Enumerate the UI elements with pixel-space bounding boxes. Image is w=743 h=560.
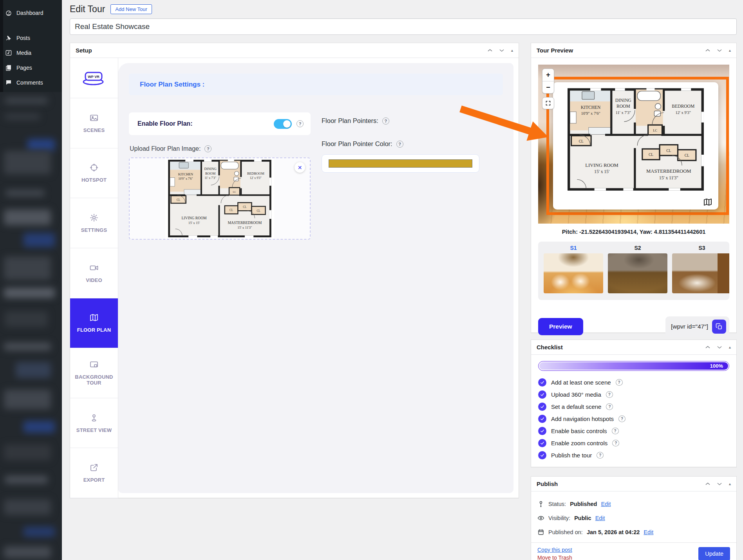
published-on-row: Published on: Jan 5, 2026 at 04:22 Edit xyxy=(537,525,730,539)
calendar-icon xyxy=(537,529,544,536)
media-icon xyxy=(5,49,13,57)
tab-floor-plan[interactable]: FLOOR PLAN xyxy=(70,298,118,349)
upload-floor-plan-help-icon[interactable]: ? xyxy=(204,145,212,152)
svg-text:CL: CL xyxy=(257,210,260,213)
update-button[interactable]: Update xyxy=(698,547,730,560)
floor-plan-overlay-card[interactable]: KITCHEN 10'9" x 7'6" DINING ROOM 11' x 7… xyxy=(553,82,718,210)
scene-label: S2 xyxy=(608,245,667,253)
enable-floor-plan-toggle[interactable] xyxy=(274,119,292,129)
scene-thumbnail-image[interactable] xyxy=(544,253,603,293)
collapse-toggle-icon[interactable]: ▲ xyxy=(728,345,732,349)
move-up-icon[interactable] xyxy=(487,47,493,54)
edit-visibility-link[interactable]: Edit xyxy=(595,515,605,521)
visibility-value: Public xyxy=(574,515,591,521)
floor-plan-upload-dropzone[interactable]: KITCHEN 10'9" x 7'6" DINING ROOM 11' x 7… xyxy=(129,157,311,240)
copy-this-post-link[interactable]: Copy this post xyxy=(537,547,572,553)
tab-settings[interactable]: SETTINGS xyxy=(70,198,118,248)
svg-text:ROOM: ROOM xyxy=(616,104,630,109)
pointer-color-picker[interactable] xyxy=(322,154,479,173)
collapse-toggle-icon[interactable]: ▲ xyxy=(728,482,732,486)
check-icon xyxy=(538,439,546,447)
tour-title-input[interactable] xyxy=(70,18,737,35)
remove-floor-plan-button[interactable]: ✕ xyxy=(295,162,305,173)
floorplan-icon xyxy=(89,313,99,323)
zoom-out-button[interactable]: − xyxy=(542,81,554,93)
move-up-icon[interactable] xyxy=(705,481,711,487)
move-down-icon[interactable] xyxy=(716,344,723,350)
setup-tab-strip: WP VR SCENESHOTSPOTSETTINGSVIDEOFLOOR PL… xyxy=(70,58,118,498)
move-down-icon[interactable] xyxy=(716,481,723,487)
checklist-help-icon[interactable]: ? xyxy=(612,428,619,434)
svg-text:11' x 7'3": 11' x 7'3" xyxy=(204,176,216,180)
move-down-icon[interactable] xyxy=(499,47,505,54)
map-icon[interactable] xyxy=(701,196,714,208)
tab-scenes[interactable]: SCENES xyxy=(70,98,118,148)
shortcode-text: [wpvr id="47"] xyxy=(671,323,708,330)
svg-text:CL: CL xyxy=(230,209,233,212)
check-icon xyxy=(538,451,546,459)
collapse-toggle-icon[interactable]: ▲ xyxy=(728,49,732,52)
svg-text:CL: CL xyxy=(649,153,653,157)
progress-percent: 100% xyxy=(710,363,723,369)
sidebar-item-posts[interactable]: Posts xyxy=(0,31,62,45)
checklist-help-icon[interactable]: ? xyxy=(606,403,613,410)
scene-thumbnail-image[interactable] xyxy=(672,253,729,293)
move-to-trash-link[interactable]: Move to Trash xyxy=(537,555,572,560)
svg-text:LC: LC xyxy=(233,190,236,193)
setup-panel-title: Setup xyxy=(76,47,92,54)
tab-video[interactable]: VIDEO xyxy=(70,248,118,298)
admin-sidebar: DashboardPostsMediaPagesCommentsWP VR xyxy=(0,0,62,560)
move-down-icon[interactable] xyxy=(716,47,723,54)
checklist-help-icon[interactable]: ? xyxy=(597,452,604,459)
sidebar-item-pages[interactable]: Pages xyxy=(0,60,62,75)
add-new-tour-button[interactable]: Add New Tour xyxy=(110,4,152,14)
tab-street-view[interactable]: STREET VIEW xyxy=(70,398,118,448)
collapse-toggle-icon[interactable]: ▲ xyxy=(510,49,514,52)
svg-text:CL: CL xyxy=(666,149,671,153)
publish-title: Publish xyxy=(537,481,558,487)
pointer-color-swatch[interactable] xyxy=(329,159,472,168)
shortcode-chip: [wpvr id="47"] xyxy=(665,316,729,337)
enable-floor-plan-label: Enable Floor Plan: xyxy=(137,120,192,127)
scene-thumbnail-strip: S1S2S3 xyxy=(538,242,729,300)
panorama-viewport[interactable]: + − xyxy=(538,65,729,224)
checklist-help-icon[interactable]: ? xyxy=(616,379,623,386)
svg-text:BEDROOM: BEDROOM xyxy=(247,172,264,175)
check-icon xyxy=(538,390,546,399)
scenes-icon xyxy=(89,113,99,124)
svg-text:15' x 15': 15' x 15' xyxy=(594,169,609,174)
checklist-item-add-at-least-one-scene: Add at least one scene? xyxy=(538,376,729,388)
checklist-title: Checklist xyxy=(537,344,563,350)
checklist-help-icon[interactable]: ? xyxy=(606,391,613,398)
tab-background-tour[interactable]: BACKGROUND TOUR xyxy=(70,348,118,398)
enable-floor-plan-help-icon[interactable]: ? xyxy=(296,120,304,127)
checklist-help-icon[interactable]: ? xyxy=(618,415,625,422)
svg-text:10'9" x 7'6": 10'9" x 7'6" xyxy=(178,177,193,181)
move-up-icon[interactable] xyxy=(705,47,711,54)
floor-plan-pointers-help-icon[interactable]: ? xyxy=(382,117,389,125)
copy-shortcode-button[interactable] xyxy=(712,320,726,334)
preview-button[interactable]: Preview xyxy=(538,318,583,335)
sidebar-item-dashboard[interactable]: Dashboard xyxy=(0,5,62,20)
svg-text:MASTERBEDROOM: MASTERBEDROOM xyxy=(646,168,691,174)
zoom-in-button[interactable]: + xyxy=(542,69,554,81)
published-on-value: Jan 5, 2026 at 04:22 xyxy=(587,529,640,535)
svg-text:BEDROOM: BEDROOM xyxy=(672,104,694,109)
edit-published-date-link[interactable]: Edit xyxy=(644,529,653,535)
sidebar-item-comments[interactable]: Comments xyxy=(0,75,62,90)
tab-hotspot[interactable]: HOTSPOT xyxy=(70,148,118,199)
svg-text:15' x 15': 15' x 15' xyxy=(188,221,200,225)
tab-export[interactable]: EXPORT xyxy=(70,448,118,498)
floor-plan-image: KITCHEN 10'9" x 7'6" DINING ROOM 11' x 7… xyxy=(165,158,274,239)
edit-status-link[interactable]: Edit xyxy=(601,501,611,507)
scene-thumbnail-s3: S3 xyxy=(672,245,729,293)
sidebar-item-media[interactable]: Media xyxy=(0,45,62,60)
svg-text:KITCHEN: KITCHEN xyxy=(178,172,193,176)
scene-label: S3 xyxy=(672,245,729,253)
checklist-help-icon[interactable]: ? xyxy=(612,440,619,446)
fullscreen-button[interactable] xyxy=(542,97,554,109)
move-up-icon[interactable] xyxy=(705,344,711,350)
svg-text:10'9" x 7'6": 10'9" x 7'6" xyxy=(581,111,600,116)
floor-plan-pointer-color-help-icon[interactable]: ? xyxy=(396,141,403,148)
scene-thumbnail-image[interactable] xyxy=(608,253,667,293)
